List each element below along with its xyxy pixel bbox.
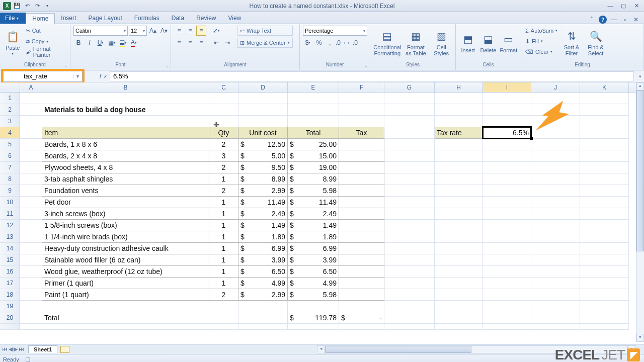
col-H[interactable]: H bbox=[435, 82, 483, 92]
tax-total[interactable]: $- bbox=[339, 312, 384, 324]
new-sheet-icon[interactable] bbox=[60, 346, 69, 353]
item-cell[interactable]: 1 5/8-inch screws (box) bbox=[42, 220, 209, 231]
item-cell[interactable]: Boards, 1 x 8 x 6 bbox=[42, 139, 209, 150]
qty-cell[interactable]: 1 bbox=[209, 266, 238, 278]
item-cell[interactable]: Pet door bbox=[42, 197, 209, 208]
unit-cell[interactable]: $9.50 bbox=[238, 162, 288, 173]
unit-cell[interactable]: $8.99 bbox=[238, 173, 288, 185]
header-tax[interactable]: Tax bbox=[339, 127, 384, 139]
scroll-thumb[interactable] bbox=[636, 90, 644, 251]
row-header[interactable]: 7 bbox=[0, 162, 20, 173]
item-cell[interactable]: Plywood sheets, 4 x 8 bbox=[42, 162, 209, 173]
total-cell[interactable]: $1.89 bbox=[288, 231, 339, 243]
find-select-button[interactable]: 🔍Find & Select bbox=[585, 26, 607, 60]
unit-cell[interactable]: $3.99 bbox=[238, 254, 288, 266]
item-cell[interactable]: Primer (1 quart) bbox=[42, 278, 209, 289]
save-icon[interactable]: 💾 bbox=[13, 2, 21, 10]
col-C[interactable]: C bbox=[209, 82, 238, 92]
col-F[interactable]: F bbox=[339, 82, 384, 92]
col-B[interactable]: B bbox=[42, 82, 209, 92]
wb-restore-icon[interactable]: ▫ bbox=[621, 16, 629, 24]
item-cell[interactable]: Paint (1 quart) bbox=[42, 289, 209, 301]
undo-icon[interactable]: ↶ bbox=[23, 2, 31, 10]
tax-cell[interactable] bbox=[339, 208, 384, 220]
sheet-tab-sheet1[interactable]: Sheet1 bbox=[28, 345, 57, 353]
scroll-down-icon[interactable]: ▾ bbox=[636, 334, 644, 342]
number-format-combo[interactable]: Percentage▾ bbox=[303, 26, 367, 36]
tax-cell[interactable] bbox=[339, 197, 384, 208]
tax-rate-cell[interactable]: 6.5% bbox=[483, 127, 531, 139]
row-header[interactable]: 5 bbox=[0, 139, 20, 150]
tab-data[interactable]: Data bbox=[166, 13, 190, 24]
col-G[interactable]: G bbox=[384, 82, 435, 92]
align-middle-icon[interactable]: ≡ bbox=[185, 26, 195, 36]
total-cell[interactable]: $1.49 bbox=[288, 220, 339, 231]
total-cell[interactable]: $4.99 bbox=[288, 278, 339, 289]
sheet-title[interactable]: Materials to build a dog house bbox=[42, 104, 209, 116]
redo-icon[interactable]: ↷ bbox=[33, 2, 41, 10]
last-sheet-icon[interactable]: ⏭ bbox=[19, 346, 24, 352]
tab-insert[interactable]: Insert bbox=[55, 13, 82, 24]
decrease-indent-icon[interactable]: ⇤ bbox=[211, 38, 221, 48]
conditional-formatting-button[interactable]: ▤Conditional Formatting bbox=[373, 26, 401, 60]
item-cell[interactable]: Foundation vents bbox=[42, 185, 209, 197]
close-icon[interactable]: ✕ bbox=[632, 3, 641, 9]
dialog-launcher-icon[interactable]: ▫ bbox=[295, 64, 296, 69]
unit-cell[interactable]: $2.49 bbox=[238, 208, 288, 220]
vertical-scrollbar[interactable]: ▴ ▾ bbox=[636, 82, 644, 342]
total-cell[interactable]: $5.98 bbox=[288, 185, 339, 197]
qty-cell[interactable]: 1 bbox=[209, 173, 238, 185]
total-cell[interactable]: $8.99 bbox=[288, 173, 339, 185]
tax-cell[interactable] bbox=[339, 162, 384, 173]
tax-cell[interactable] bbox=[339, 278, 384, 289]
worksheet-grid[interactable]: A B C D E F G H I J K 12Materials to bui… bbox=[0, 82, 644, 344]
row-header[interactable]: 17 bbox=[0, 278, 20, 289]
qat-dropdown-icon[interactable]: ▾ bbox=[43, 2, 51, 10]
item-cell[interactable]: 3-tab asphalt shingles bbox=[42, 173, 209, 185]
percent-icon[interactable]: % bbox=[314, 38, 324, 48]
dialog-launcher-icon[interactable]: ▫ bbox=[166, 64, 168, 69]
tab-formulas[interactable]: Formulas bbox=[128, 13, 166, 24]
wb-close-icon[interactable]: ✕ bbox=[632, 16, 640, 24]
copy-button[interactable]: ⧉Copy▾ bbox=[25, 36, 67, 46]
sort-filter-button[interactable]: ⇅Sort & Filter bbox=[560, 26, 583, 60]
total-cell[interactable]: $19.00 bbox=[288, 162, 339, 173]
format-cells-button[interactable]: ▭Format bbox=[500, 26, 518, 60]
row-header[interactable]: 18 bbox=[0, 289, 20, 301]
unit-cell[interactable]: $12.50 bbox=[238, 139, 288, 150]
row-header[interactable]: 2 bbox=[0, 104, 20, 116]
row-header[interactable]: 12 bbox=[0, 220, 20, 231]
col-J[interactable]: J bbox=[531, 82, 580, 92]
tax-cell[interactable] bbox=[339, 173, 384, 185]
wrap-text-button[interactable]: ↩Wrap Text bbox=[237, 26, 293, 36]
autosum-button[interactable]: ΣAutoSum▾ bbox=[524, 26, 558, 36]
grow-font-icon[interactable]: A▴ bbox=[148, 26, 158, 36]
tab-home[interactable]: Home bbox=[26, 13, 55, 24]
item-cell[interactable]: Boards, 2 x 4 x 8 bbox=[42, 150, 209, 162]
format-painter-button[interactable]: 🖌Format Painter bbox=[25, 47, 67, 57]
expand-formula-icon[interactable]: ▾ bbox=[636, 74, 644, 79]
unit-cell[interactable]: $6.99 bbox=[238, 243, 288, 254]
fill-color-button[interactable]: ⬓▾ bbox=[118, 38, 128, 48]
fx-button[interactable]: fx bbox=[86, 73, 110, 80]
header-item[interactable]: Item bbox=[42, 127, 209, 139]
select-all-corner[interactable] bbox=[0, 82, 20, 92]
decrease-decimal-icon[interactable]: ←.0 bbox=[347, 38, 357, 48]
col-E[interactable]: E bbox=[288, 82, 339, 92]
qty-cell[interactable]: 1 bbox=[209, 278, 238, 289]
grand-total[interactable]: $119.78 bbox=[288, 312, 339, 324]
cell-styles-button[interactable]: ▧Cell Styles bbox=[430, 26, 452, 60]
row-header[interactable]: 3 bbox=[0, 116, 20, 127]
comma-icon[interactable]: , bbox=[325, 38, 335, 48]
row-header[interactable]: 16 bbox=[0, 266, 20, 278]
col-A[interactable]: A bbox=[20, 82, 42, 92]
chevron-down-icon[interactable]: ▼ bbox=[73, 74, 80, 79]
qty-cell[interactable]: 2 bbox=[209, 162, 238, 173]
row-header[interactable]: 4 bbox=[0, 127, 20, 139]
item-cell[interactable]: 3-inch screws (box) bbox=[42, 208, 209, 220]
item-cell[interactable]: Wood glue, weatherproof (12 oz tube) bbox=[42, 266, 209, 278]
tax-cell[interactable] bbox=[339, 231, 384, 243]
tax-cell[interactable] bbox=[339, 243, 384, 254]
formula-input[interactable]: 6.5% bbox=[110, 71, 634, 81]
unit-cell[interactable]: $4.99 bbox=[238, 278, 288, 289]
